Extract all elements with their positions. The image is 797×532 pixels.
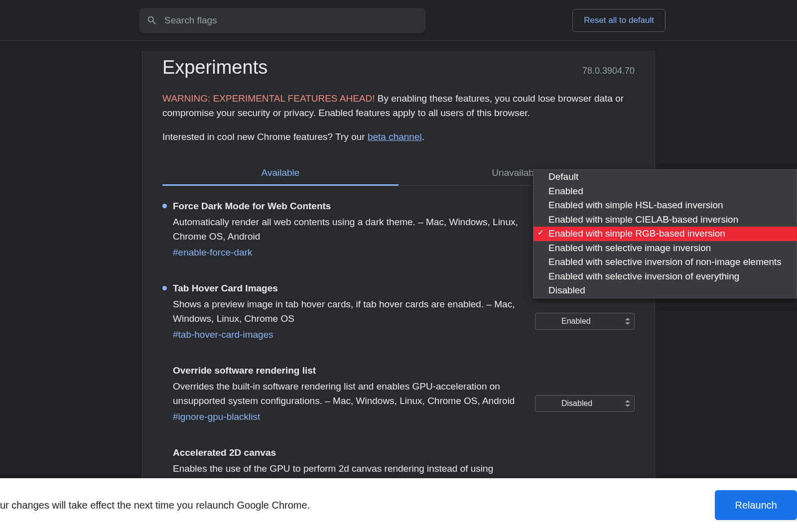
dropdown-option[interactable]: Enabled with simple RGB-based inversion xyxy=(533,227,797,241)
relaunch-message: ur changes will take effect the next tim… xyxy=(0,500,715,511)
beta-line-prefix: Interested in cool new Chrome features? … xyxy=(162,132,368,142)
modified-dot-icon xyxy=(162,286,167,290)
dropdown-option[interactable]: Enabled with selective inversion of ever… xyxy=(533,269,797,284)
dropdown-option[interactable]: Enabled with selective image inversion xyxy=(533,241,797,256)
flag-text: Force Dark Mode for Web Contents Automat… xyxy=(173,201,535,258)
dropdown-option[interactable]: Enabled xyxy=(533,184,797,199)
relaunch-bar: ur changes will take effect the next tim… xyxy=(0,478,797,532)
modified-dot-placeholder xyxy=(162,450,167,455)
modified-dot-icon xyxy=(162,204,167,208)
dropdown-option[interactable]: Enabled with simple CIELAB-based inversi… xyxy=(533,213,797,227)
warning-prefix: WARNING: EXPERIMENTAL FEATURES AHEAD! xyxy=(162,93,375,104)
dropdown-option[interactable]: Disabled xyxy=(533,283,797,298)
warning-block: WARNING: EXPERIMENTAL FEATURES AHEAD! By… xyxy=(162,91,635,121)
beta-line: Interested in cool new Chrome features? … xyxy=(162,132,635,142)
page-root: Reset all to default Experiments 78.0.39… xyxy=(0,0,797,532)
search-wrap[interactable] xyxy=(139,8,425,33)
flag-select-dropdown[interactable]: DefaultEnabledEnabled with simple HSL-ba… xyxy=(533,169,797,298)
tab-available[interactable]: Available xyxy=(162,158,398,185)
flag-description: Automatically render all web contents us… xyxy=(173,215,520,244)
flag-text: Tab Hover Card Images Shows a preview im… xyxy=(173,283,535,340)
version-label: 78.0.3904.70 xyxy=(582,66,635,76)
flag-select-wrap: Enabled xyxy=(535,313,635,330)
page-title: Experiments xyxy=(162,57,267,78)
flag-select-wrap: Disabled xyxy=(535,395,635,412)
flag-title: Force Dark Mode for Web Contents xyxy=(173,201,520,212)
flag-description: Shows a preview image in tab hover cards… xyxy=(173,297,520,326)
flag-title: Override software rendering list xyxy=(173,365,520,376)
flag-select-value: Enabled xyxy=(561,317,591,326)
flag-select[interactable]: Disabled xyxy=(535,395,635,412)
dropdown-option[interactable]: Enabled with selective inversion of non-… xyxy=(533,255,797,269)
flag-hash-link[interactable]: #ignore-gpu-blacklist xyxy=(173,411,260,422)
flag-title: Accelerated 2D canvas xyxy=(173,447,520,458)
topbar: Reset all to default xyxy=(0,0,797,41)
flag-description: Overrides the built-in software renderin… xyxy=(173,379,520,408)
search-icon xyxy=(146,15,157,26)
dropdown-option[interactable]: Enabled with simple HSL-based inversion xyxy=(533,198,797,213)
flag-select-value: Disabled xyxy=(561,399,592,408)
flag-hash-link[interactable]: #tab-hover-card-images xyxy=(173,329,273,340)
flag-text: Override software rendering list Overrid… xyxy=(173,365,535,422)
flag-row: Override software rendering list Overrid… xyxy=(162,350,635,432)
chevron-updown-icon xyxy=(625,400,630,407)
reset-all-button[interactable]: Reset all to default xyxy=(572,9,665,32)
chevron-updown-icon xyxy=(625,318,630,325)
relaunch-button[interactable]: Relaunch xyxy=(715,490,797,520)
search-input[interactable] xyxy=(163,14,425,26)
flag-select[interactable]: Enabled xyxy=(535,313,635,330)
dropdown-option[interactable]: Default xyxy=(533,170,797,184)
flag-title: Tab Hover Card Images xyxy=(173,283,520,294)
panel-header: Experiments 78.0.3904.70 xyxy=(162,54,635,78)
modified-dot-placeholder xyxy=(162,368,167,373)
beta-channel-link[interactable]: beta channel xyxy=(368,132,422,142)
flag-hash-link[interactable]: #enable-force-dark xyxy=(173,247,252,258)
beta-line-suffix: . xyxy=(422,132,424,142)
